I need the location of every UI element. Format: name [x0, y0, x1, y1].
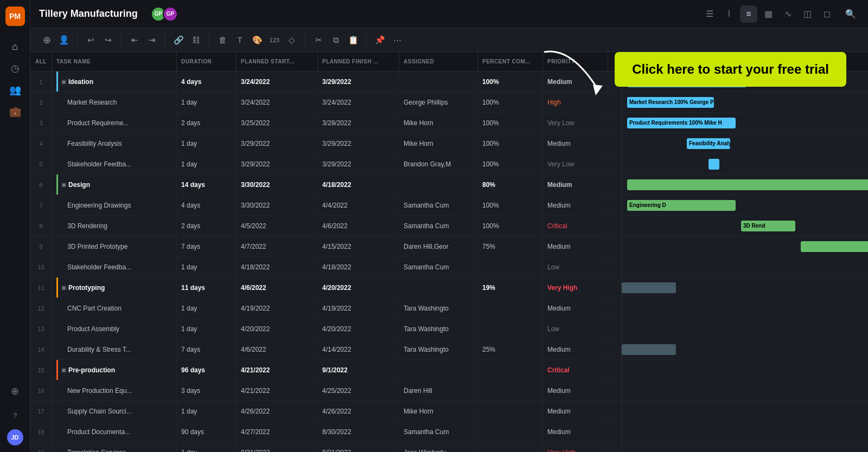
- delete-btn[interactable]: 🗑: [215, 33, 230, 48]
- col-percent: PERCENT COM...: [478, 52, 543, 71]
- finish-cell: 4/14/2022: [318, 339, 399, 359]
- row-number: 17: [30, 401, 52, 421]
- table-row[interactable]: 93D Printed Prototype7 days4/7/20224/15/…: [30, 236, 621, 257]
- table-row[interactable]: 19Translation Services1 day8/31/20228/31…: [30, 442, 621, 452]
- sidebar-item-add[interactable]: ⊕: [5, 382, 25, 401]
- sidebar-item-clock[interactable]: ◷: [5, 59, 25, 78]
- search-icon[interactable]: 🔍: [842, 5, 859, 23]
- table-row[interactable]: 4Feasibility Analysis1 day3/29/20223/29/…: [30, 133, 621, 154]
- priority-cell: Very Low: [543, 154, 608, 174]
- table-row[interactable]: 83D Rendering2 days4/5/20224/6/2022Saman…: [30, 216, 621, 236]
- finish-cell: 4/18/2022: [318, 257, 399, 277]
- add-user-btn[interactable]: 👤: [56, 33, 72, 48]
- col-finish: PLANNED FINISH ...: [318, 52, 399, 71]
- table-row[interactable]: 5Stakeholder Feedba...1 day3/29/20223/29…: [30, 154, 621, 175]
- table-row[interactable]: 3Product Requireme...2 days3/25/20223/28…: [30, 113, 621, 133]
- view-file[interactable]: ◻: [818, 5, 835, 23]
- redo-btn[interactable]: ↪: [100, 33, 116, 48]
- row-number: 2: [30, 92, 52, 112]
- table-row[interactable]: 10Stakeholder Feedba...1 day4/18/20224/1…: [30, 257, 621, 277]
- col-assigned: ASSIGNED: [399, 52, 478, 71]
- duration-cell: 96 days: [177, 360, 237, 380]
- assigned-cell: Daren Hill,Geor: [399, 236, 478, 256]
- duration-cell: 4 days: [177, 72, 237, 92]
- gantt-row: [622, 319, 868, 339]
- duration-cell: 1 day: [177, 442, 237, 452]
- sidebar-item-home[interactable]: ⌂: [5, 37, 25, 56]
- gantt-bars-area: Ideation 100%Market Research 100% George…: [622, 72, 868, 452]
- start-cell: 4/5/2022: [237, 216, 318, 236]
- assigned-cell: Tara Washingto: [399, 339, 478, 359]
- assigned-cell: George Phillips: [399, 92, 478, 112]
- task-name-cell: New Production Equ...: [52, 380, 177, 401]
- sidebar-item-help[interactable]: ?: [5, 405, 25, 425]
- table-row[interactable]: 15▣ Pre-production96 days4/21/20229/1/20…: [30, 360, 621, 380]
- sidebar-item-briefcase[interactable]: 💼: [5, 102, 25, 121]
- table-row[interactable]: 6▣ Design14 days3/30/20224/18/202280%Med…: [30, 175, 621, 195]
- percent-cell: [478, 257, 543, 277]
- table-row[interactable]: 17Supply Chain Sourci...1 day4/26/20224/…: [30, 401, 621, 422]
- unlink-btn[interactable]: ⛓: [188, 33, 203, 48]
- duration-cell: 1 day: [177, 154, 237, 174]
- user-avatar-sidebar[interactable]: JD: [7, 429, 23, 445]
- table-row[interactable]: 1▣ Ideation4 days3/24/20223/29/2022100%M…: [30, 72, 621, 92]
- avatar-2[interactable]: GP: [163, 7, 178, 22]
- table-body[interactable]: 1▣ Ideation4 days3/24/20223/29/2022100%M…: [30, 72, 621, 452]
- start-cell: 3/24/2022: [237, 92, 318, 112]
- table-row[interactable]: 7Engineering Drawings4 days3/30/20224/4/…: [30, 195, 621, 216]
- sidebar-item-team[interactable]: 👥: [5, 80, 25, 100]
- gantt-row: [622, 175, 868, 195]
- table-row[interactable]: 12CNC Part Creation1 day4/19/20224/19/20…: [30, 298, 621, 319]
- link-btn[interactable]: 🔗: [171, 33, 186, 48]
- table-row[interactable]: 2Market Research1 day3/24/20223/24/2022G…: [30, 92, 621, 113]
- gantt-row: [622, 442, 868, 452]
- gantt-row: Product Requirements 100% Mike H: [622, 113, 868, 133]
- text-btn[interactable]: T: [232, 33, 247, 48]
- toolbar-sep-2: [121, 35, 122, 46]
- cut-btn[interactable]: ✂: [311, 33, 326, 48]
- table-row[interactable]: 13Product Assembly1 day4/20/20224/20/202…: [30, 319, 621, 339]
- table-row[interactable]: 11▣ Prototyping11 days4/6/20224/20/20221…: [30, 277, 621, 298]
- view-calendar[interactable]: ◫: [799, 5, 816, 23]
- shape-btn[interactable]: ◇: [284, 33, 299, 48]
- undo-btn[interactable]: ↩: [83, 33, 98, 48]
- user-avatars: GP GP: [151, 7, 178, 22]
- percent-cell: 75%: [478, 236, 543, 256]
- view-icons: ☰ ⌇ ≡ ▦ ∿ ◫ ◻: [701, 5, 835, 23]
- paste-btn[interactable]: 📋: [346, 33, 361, 48]
- percent-cell: 80%: [478, 175, 543, 195]
- free-trial-banner[interactable]: Click here to start your free trial: [615, 52, 846, 87]
- app-logo[interactable]: PM: [5, 7, 25, 26]
- task-name-cell: ▣ Design: [52, 175, 177, 195]
- gantt-row: [622, 154, 868, 175]
- outdent-btn[interactable]: ⇤: [127, 33, 142, 48]
- add-btn[interactable]: ⊕: [39, 33, 54, 48]
- row-number: 15: [30, 360, 52, 380]
- row-number: 13: [30, 319, 52, 339]
- number-btn[interactable]: 123: [267, 33, 282, 48]
- topbar: Tillery Manufacturing GP GP ☰ ⌇ ≡ ▦ ∿ ◫ …: [30, 0, 868, 28]
- col-task-name: TASK NAME: [52, 52, 177, 71]
- paint-btn[interactable]: 🎨: [250, 33, 265, 48]
- view-chart[interactable]: ∿: [779, 5, 796, 23]
- gantt-bar: [627, 179, 868, 190]
- finish-cell: 4/18/2022: [318, 175, 399, 195]
- percent-cell: [478, 298, 543, 318]
- table-row[interactable]: 16New Production Equ...3 days4/21/20224/…: [30, 380, 621, 401]
- copy-btn[interactable]: ⧉: [328, 33, 343, 48]
- row-number: 7: [30, 195, 52, 215]
- table-row[interactable]: 18Product Documenta...90 days4/27/20228/…: [30, 422, 621, 442]
- view-gantt[interactable]: ≡: [740, 5, 757, 23]
- baseline-btn[interactable]: 📌: [372, 33, 387, 48]
- row-number: 1: [30, 72, 52, 92]
- toolbar-sep-1: [77, 35, 78, 46]
- view-table[interactable]: ▦: [760, 5, 777, 23]
- indent-btn[interactable]: ⇥: [144, 33, 159, 48]
- view-columns[interactable]: ⌇: [720, 5, 738, 23]
- view-list[interactable]: ☰: [701, 5, 718, 23]
- more-btn[interactable]: ⋯: [390, 33, 405, 48]
- task-name-cell: CNC Part Creation: [52, 298, 177, 318]
- start-cell: 3/30/2022: [237, 175, 318, 195]
- table-row[interactable]: 14Durability & Stress T...7 days4/6/2022…: [30, 339, 621, 360]
- percent-cell: 100%: [478, 72, 543, 92]
